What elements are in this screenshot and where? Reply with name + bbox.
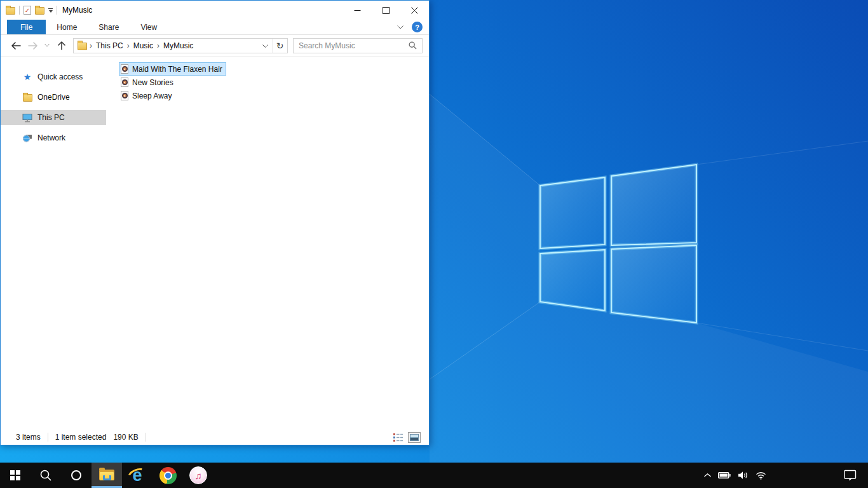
maximize-button[interactable] (372, 1, 400, 20)
quick-access-star-icon: ★ (24, 72, 32, 81)
navigation-toolbar: › This PC › Music › MyMusic ↻ (1, 35, 429, 57)
breadcrumb-separator: › (125, 41, 132, 50)
refresh-button[interactable]: ↻ (272, 39, 287, 53)
windows-logo-icon (10, 470, 21, 481)
file-explorer-icon (98, 468, 115, 481)
large-icons-view-button[interactable] (408, 432, 421, 443)
itunes-button[interactable]: ♫ (183, 463, 214, 488)
thumbnail-picture-icon (410, 434, 419, 441)
tab-share[interactable]: Share (88, 20, 130, 34)
sidebar-item-onedrive[interactable]: OneDrive (1, 90, 106, 105)
properties-icon[interactable] (24, 6, 31, 15)
close-button[interactable] (400, 1, 429, 20)
divider (48, 433, 48, 442)
audio-file-icon (121, 78, 128, 87)
file-list[interactable]: Maid With The Flaxen Hair New Stories Sl… (106, 58, 429, 430)
tab-view[interactable]: View (130, 20, 168, 34)
sidebar-item-quick-access[interactable]: ★ Quick access (1, 69, 106, 85)
file-explorer-taskbar-button[interactable] (92, 463, 122, 488)
action-center-icon (844, 470, 857, 481)
back-button[interactable] (7, 41, 24, 50)
this-pc-monitor-icon (22, 113, 32, 123)
network-icon (22, 133, 32, 143)
breadcrumb-music[interactable]: Music (132, 41, 154, 50)
search-icon (39, 469, 52, 482)
forward-button[interactable] (24, 41, 41, 50)
tab-home[interactable]: Home (46, 20, 88, 34)
breadcrumb-separator: › (87, 41, 95, 50)
wifi-icon[interactable] (756, 471, 766, 480)
ribbon-tab-bar: File Home Share View ? (1, 20, 429, 35)
action-center-button[interactable] (836, 463, 864, 488)
item-count: 3 items (16, 433, 41, 442)
volume-icon[interactable] (738, 471, 749, 480)
window-title: MyMusic (62, 6, 92, 15)
title-bar: MyMusic (1, 1, 429, 20)
breadcrumb-separator: › (154, 41, 162, 50)
navigation-pane: ★ Quick access OneDrive This PC (1, 58, 106, 430)
show-hidden-icons-button[interactable] (704, 473, 711, 477)
cortana-button[interactable] (61, 463, 92, 488)
audio-file-icon (121, 91, 128, 100)
chrome-icon (159, 467, 177, 484)
help-button[interactable]: ? (412, 22, 423, 32)
breadcrumb-mymusic[interactable]: MyMusic (162, 41, 194, 50)
status-bar: 3 items 1 item selected 190 KB (1, 430, 429, 445)
selection-count: 1 item selected (55, 433, 107, 442)
recent-locations-icon[interactable] (41, 44, 53, 47)
cortana-icon (71, 470, 81, 480)
selection-size: 190 KB (113, 433, 138, 442)
onedrive-folder-icon (23, 94, 32, 102)
sidebar-item-label: This PC (37, 113, 65, 122)
file-explorer-window: MyMusic File Home Share View ? (0, 0, 430, 445)
sidebar-item-network[interactable]: Network (1, 130, 106, 146)
sidebar-item-this-pc[interactable]: This PC (1, 110, 106, 125)
window-body: ★ Quick access OneDrive This PC (1, 58, 429, 430)
details-view-button[interactable] (393, 433, 403, 442)
location-folder-icon (78, 43, 87, 50)
internet-explorer-icon: e (127, 466, 147, 485)
sidebar-item-label: Network (37, 133, 65, 142)
battery-icon[interactable] (718, 472, 731, 478)
divider (57, 6, 57, 15)
file-name: New Stories (132, 78, 173, 87)
search-input[interactable] (299, 41, 409, 50)
start-button[interactable] (0, 463, 31, 488)
new-folder-icon[interactable] (35, 7, 44, 15)
file-name: Sleep Away (132, 92, 172, 100)
breadcrumb-this-pc[interactable]: This PC (95, 41, 125, 50)
up-button[interactable] (53, 41, 70, 50)
sidebar-item-label: OneDrive (37, 93, 70, 102)
explorer-window-icon (6, 7, 15, 15)
file-item[interactable]: New Stories (119, 76, 177, 89)
audio-file-icon (121, 64, 128, 74)
address-dropdown-icon[interactable] (259, 41, 272, 50)
sidebar-item-label: Quick access (37, 72, 83, 81)
file-item-selected[interactable]: Maid With The Flaxen Hair (119, 62, 226, 76)
search-box[interactable] (293, 38, 423, 53)
internet-explorer-button[interactable]: e (122, 463, 153, 488)
customize-quick-access-icon[interactable] (48, 8, 53, 13)
window-controls (343, 1, 429, 20)
taskbar-search-button[interactable] (31, 463, 61, 488)
file-item[interactable]: Sleep Away (119, 89, 176, 102)
file-name: Maid With The Flaxen Hair (132, 65, 222, 74)
expand-ribbon-icon[interactable] (397, 25, 403, 29)
system-tray (704, 463, 766, 488)
quick-access-toolbar (6, 6, 57, 15)
search-icon[interactable] (409, 41, 417, 50)
tab-file[interactable]: File (7, 20, 46, 34)
minimize-button[interactable] (343, 1, 372, 20)
address-bar[interactable]: › This PC › Music › MyMusic ↻ (73, 38, 288, 53)
divider (146, 433, 146, 442)
itunes-icon: ♫ (189, 466, 207, 484)
divider (19, 6, 20, 15)
chrome-button[interactable] (153, 463, 183, 488)
